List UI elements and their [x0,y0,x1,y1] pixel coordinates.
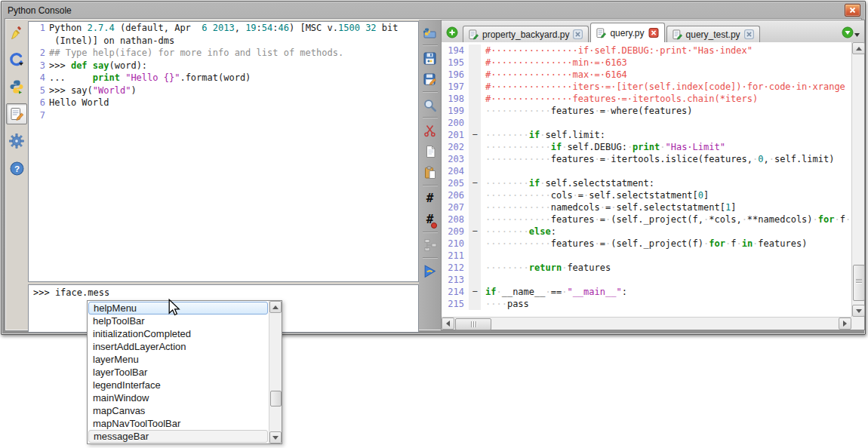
fold-marker [469,298,481,310]
paste-button[interactable] [420,163,440,183]
comment-icon: # [426,192,434,205]
editor-line: 205−········if·self.selectstatment: [442,177,851,189]
fold-marker [469,105,481,117]
script-file-icon [673,29,682,40]
editor-line-text: #················if·self.DEBUG:·print·"H… [481,44,753,57]
console-line-number: 3 [29,60,49,72]
fold-marker[interactable]: − [469,226,481,238]
editor-line: 214−if·__name__·==·"__main__": [442,286,851,298]
find-text-button[interactable] [420,95,440,115]
autocomplete-item-mainWindow[interactable]: mainWindow [88,391,268,404]
editor-tabbar: property_backyard.pyquery.pyquery_test.p… [442,20,864,43]
tab-list-button[interactable] [842,26,860,38]
fold-marker [469,189,481,201]
console-line-number: 6 [29,97,49,109]
uncomment-button[interactable]: # [420,210,440,229]
editor-line-text: #···············iters·=·[iter(self.index… [481,81,845,93]
save-as-button[interactable] [420,69,440,89]
close-tab-icon[interactable] [573,29,583,39]
object-inspector-button[interactable] [420,235,440,255]
new-tab-icon [446,26,458,38]
editor-horizontal-scrollbar[interactable] [442,317,851,330]
settings-button[interactable] [6,130,27,152]
editor-line-text: ············features·=·where(features) [481,105,693,117]
autocomplete-item-messageBar[interactable]: messageBar [88,430,268,443]
autocomplete-item-legendInterface[interactable]: legendInterface [88,379,268,391]
script-file-icon [596,28,606,38]
autocomplete-item-layerToolBar[interactable]: layerToolBar [88,366,268,379]
window-titlebar[interactable]: Python Console [3,3,863,17]
show-editor-button[interactable] [6,103,27,124]
editor-tab-property_backyard-py[interactable]: property_backyard.py [463,26,589,42]
cut-button[interactable] [420,121,440,140]
autocomplete-scrollbar[interactable] [269,301,282,443]
help-icon: ? [10,161,24,176]
editor-line: 208············features·=·(self._project… [442,213,851,226]
console-line-number: 1 [29,22,49,35]
editor-line-text: ········else: [481,226,556,238]
editor-line-text: ········return·features [481,262,611,274]
console-line-text: >>> def say(word): [49,60,147,72]
import-class-icon [9,52,24,67]
help-button[interactable]: ? [6,158,27,179]
clear-console-button[interactable] [6,22,27,43]
editor-line-number: 209 [442,226,469,238]
autocomplete-item-layerMenu[interactable]: layerMenu [88,353,268,366]
comment-button[interactable]: # [420,189,440,208]
console-line-text: Hello World [49,97,109,109]
new-tab-button[interactable] [446,26,458,38]
fold-marker [469,44,481,57]
autocomplete-scroll-up-button[interactable] [269,301,282,313]
find-text-icon [423,98,437,112]
autocomplete-item-initializationCompleted[interactable]: initializationCompleted [88,327,268,340]
editor-code-area[interactable]: 194#················if·self.DEBUG:·print… [442,42,851,317]
editor-line-text: ············namedcols·=·self.selectstatm… [481,201,736,213]
console-line-number [29,35,49,48]
editor-line-number: 211 [442,250,469,262]
editor-tab-query_test-py[interactable]: query_test.py [666,26,760,42]
copy-button[interactable] [420,142,440,161]
fold-marker[interactable]: − [469,177,481,189]
editor-line-text: #···············features·=·itertools.cha… [481,93,758,105]
save-script-button[interactable] [420,48,440,68]
window-close-button[interactable] [845,4,860,17]
screen: Python Console ? 1Python 2.7.4 (default,… [0,0,868,448]
console-output[interactable]: 1Python 2.7.4 (default, Apr 6 2013, 19:5… [28,21,419,282]
close-tab-icon[interactable] [744,29,754,39]
scroll-up-button[interactable] [852,42,865,54]
close-tab-icon[interactable] [648,28,659,38]
run-command-button[interactable] [6,76,27,97]
fold-marker [469,165,481,177]
autocomplete-item-mapCanvas[interactable]: mapCanvas [88,404,268,417]
vertical-scroll-thumb[interactable] [853,265,865,301]
fold-marker[interactable]: − [469,286,481,298]
autocomplete-scroll-thumb[interactable] [270,391,282,407]
editor-line-text: ········if·self.selectstatment: [481,177,654,189]
fold-marker [469,117,481,129]
console-line: 3>>> def say(word): [29,60,418,72]
autocomplete-item-insertAddLayerAction[interactable]: insertAddLayerAction [88,340,268,353]
scroll-down-button[interactable] [852,305,865,317]
fold-marker [469,201,481,213]
editor-line-text: #···············max·=·6164 [481,69,627,81]
scroll-right-button[interactable] [839,318,851,330]
fold-marker [469,250,481,262]
editor-line-text [481,250,485,262]
editor-line-number: 196 [442,69,469,81]
autocomplete-item-mapNavToolToolBar[interactable]: mapNavToolToolBar [88,417,268,430]
editor-line-number: 215 [442,298,469,310]
autocomplete-scroll-down-button[interactable] [269,431,282,443]
import-class-button[interactable] [6,49,27,70]
fold-marker [469,238,481,250]
editor-vertical-scrollbar[interactable] [851,42,864,317]
fold-marker[interactable]: − [469,129,481,141]
fold-marker [469,93,481,105]
scroll-left-button[interactable] [442,318,454,330]
open-script-button[interactable] [420,23,440,42]
settings-icon [9,133,24,149]
run-script-button[interactable] [420,261,440,281]
editor-tab-query-py[interactable]: query.py [590,23,664,42]
editor-line: 199············features·=·where(features… [442,105,851,117]
console-line-text: ## Type help(iface) for more info and li… [49,47,343,60]
horizontal-scroll-thumb[interactable] [455,318,491,330]
